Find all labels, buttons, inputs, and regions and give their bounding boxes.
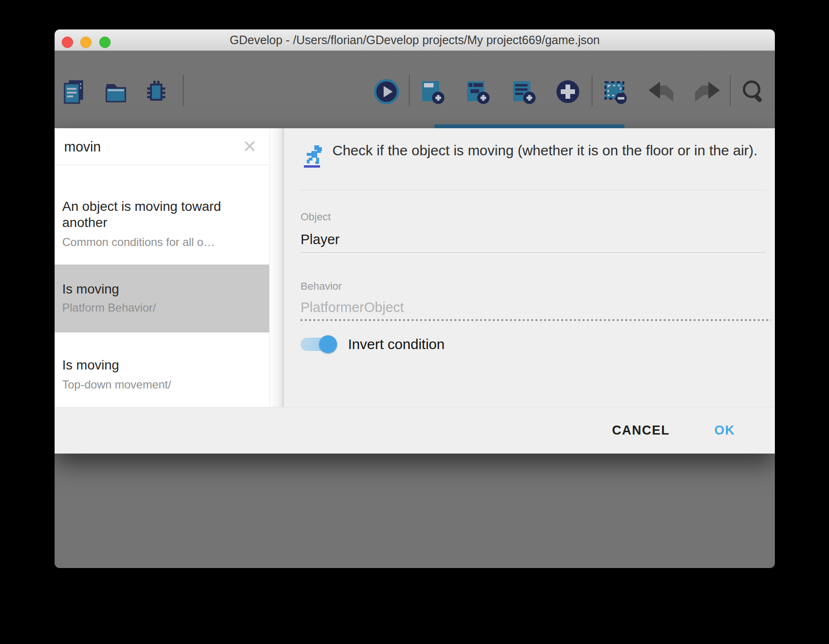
object-field-underline: [301, 252, 765, 253]
add-external-events-icon: [509, 78, 537, 105]
result-item[interactable]: Is moving Top-down movement/: [55, 332, 269, 407]
debugger-icon: [142, 78, 170, 105]
result-subtitle: Top-down movement/: [62, 378, 262, 391]
cancel-button[interactable]: CANCEL: [605, 418, 677, 443]
add-external-layout-button[interactable]: [463, 78, 491, 105]
toolbar-separator: [183, 75, 184, 106]
search-button[interactable]: [739, 78, 767, 105]
remove-selection-icon: [602, 78, 629, 105]
screenshot-stage: GDevelop - /Users/florian/GDevelop proje…: [0, 0, 829, 644]
divider: [299, 190, 765, 190]
behavior-field-label: Behavior: [301, 280, 342, 293]
toolbar-separator: [592, 75, 593, 106]
play-button[interactable]: [373, 78, 400, 105]
documents-icon: [61, 78, 88, 105]
redo-icon: [692, 78, 723, 105]
result-item[interactable]: An object is moving toward another Commo…: [55, 172, 269, 265]
ok-button[interactable]: OK: [708, 418, 742, 443]
condition-description: Check if the object is moving (whether i…: [332, 142, 757, 160]
search-row: ✕: [55, 128, 269, 165]
behavior-field-value[interactable]: PlatformerObject: [301, 300, 404, 315]
toggle-thumb[interactable]: [319, 335, 337, 353]
open-folder-icon: [102, 78, 130, 105]
platformer-runner-icon: [303, 145, 323, 168]
clear-search-icon[interactable]: ✕: [243, 138, 257, 155]
search-icon: [739, 78, 767, 105]
undo-button[interactable]: [646, 78, 673, 105]
result-subtitle: Platform Behavior/: [62, 301, 262, 314]
window-title: GDevelop - /Users/florian/GDevelop proje…: [55, 29, 775, 50]
redo-button[interactable]: [692, 78, 719, 105]
toolbar-separator: [409, 75, 410, 106]
list-scrollbar-gutter[interactable]: [270, 128, 284, 407]
add-external-events-button[interactable]: [509, 78, 537, 105]
toolbar: [55, 50, 775, 124]
invert-condition-row[interactable]: Invert condition: [301, 336, 444, 352]
object-field-value[interactable]: Player: [301, 232, 339, 247]
add-external-layout-icon: [463, 78, 491, 105]
add-object-button[interactable]: [554, 78, 582, 105]
result-item-selected[interactable]: Is moving Platform Behavior/: [55, 265, 269, 332]
gdevelop-window: GDevelop - /Users/florian/GDevelop proje…: [55, 29, 775, 568]
condition-search-panel: ✕ An object is moving toward another Com…: [55, 128, 270, 407]
add-scene-icon: [418, 78, 446, 105]
play-icon: [373, 78, 400, 105]
titlebar: GDevelop - /Users/florian/GDevelop proje…: [55, 29, 775, 51]
remove-selection-button[interactable]: [602, 78, 629, 105]
result-title: An object is moving toward another: [62, 199, 262, 231]
dialog-footer: CANCEL OK: [55, 407, 775, 454]
add-scene-button[interactable]: [418, 78, 446, 105]
condition-editor-dialog: ✕ An object is moving toward another Com…: [55, 128, 775, 454]
invert-toggle[interactable]: [301, 338, 336, 351]
condition-header: Check if the object is moving (whether i…: [303, 142, 764, 168]
debugger-button[interactable]: [142, 78, 170, 105]
project-manager-button[interactable]: [61, 78, 88, 105]
result-title: Is moving: [62, 357, 262, 373]
add-object-icon: [554, 78, 582, 105]
condition-detail-panel: Check if the object is moving (whether i…: [284, 128, 775, 407]
invert-condition-label: Invert condition: [348, 336, 444, 352]
undo-icon: [646, 78, 677, 105]
open-project-button[interactable]: [102, 78, 130, 105]
result-subtitle: Common conditions for all o…: [62, 236, 262, 249]
search-input[interactable]: [63, 128, 226, 166]
toolbar-separator: [730, 75, 731, 106]
behavior-field-dotted-underline: [301, 319, 771, 321]
object-field-label: Object: [301, 211, 331, 223]
result-title: Is moving: [62, 281, 262, 297]
